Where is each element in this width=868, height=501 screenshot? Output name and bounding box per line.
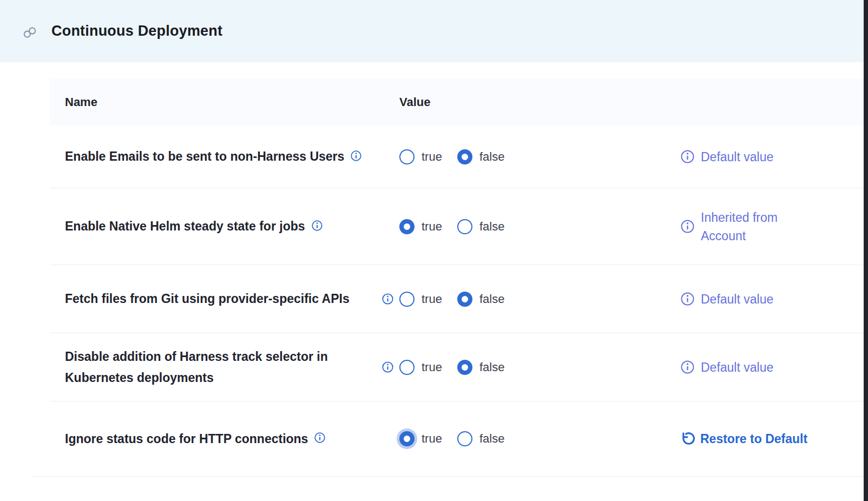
info-icon[interactable] — [680, 149, 695, 164]
radio-true-label: true — [422, 360, 442, 374]
radio-option-true[interactable]: true — [399, 431, 442, 446]
radio-true[interactable] — [399, 219, 415, 234]
radio-false-label: false — [479, 150, 504, 164]
info-icon[interactable] — [314, 432, 326, 444]
radio-false[interactable] — [457, 149, 472, 164]
setting-value-cell: true false — [382, 431, 665, 446]
radio-false-label: false — [479, 220, 504, 234]
radio-false-label: false — [479, 360, 504, 374]
column-header-name: Name — [50, 95, 382, 109]
status-badge: Default value — [701, 148, 773, 166]
setting-name-cell: Ignore status code for HTTP connections — [50, 429, 382, 450]
radio-option-true[interactable]: true — [399, 292, 442, 307]
link-icon[interactable] — [23, 25, 37, 39]
info-icon[interactable] — [680, 292, 695, 306]
info-icon[interactable] — [680, 360, 695, 374]
radio-true[interactable] — [399, 149, 415, 164]
setting-name-cell: Enable Native Helm steady state for jobs — [50, 216, 382, 237]
table-row: Ignore status code for HTTP connections … — [50, 401, 864, 476]
table-row: Disable addition of Harness track select… — [50, 333, 864, 401]
info-icon[interactable] — [382, 361, 394, 373]
setting-value-cell: true false — [382, 149, 665, 164]
radio-option-false[interactable]: false — [457, 431, 504, 446]
radio-false[interactable] — [457, 292, 472, 307]
radio-option-false[interactable]: false — [457, 149, 504, 164]
section-header: Continuous Deployment — [0, 0, 864, 62]
radio-true-label: true — [422, 292, 442, 306]
table-row: Enable Native Helm steady state for jobs… — [50, 188, 864, 265]
setting-status-cell: Inherited from Account — [665, 208, 864, 245]
radio-false[interactable] — [457, 360, 472, 375]
setting-status-cell: Default value — [665, 148, 864, 166]
info-icon[interactable] — [382, 293, 394, 305]
radio-false[interactable] — [457, 219, 472, 234]
radio-true-label: true — [422, 220, 442, 234]
setting-value-cell: true false — [382, 219, 665, 234]
right-edge-strip — [864, 0, 868, 501]
radio-option-true[interactable]: true — [399, 149, 442, 164]
radio-false[interactable] — [457, 431, 472, 446]
setting-value-cell: true false — [382, 360, 665, 375]
status-badge: Inherited from Account — [701, 208, 812, 245]
setting-label: Fetch files from Git using provider-spec… — [65, 288, 350, 309]
radio-true-label: true — [422, 432, 442, 446]
radio-option-false[interactable]: false — [457, 292, 504, 307]
setting-label: Disable addition of Harness track select… — [65, 346, 371, 388]
setting-value-cell: true false — [382, 292, 665, 307]
info-icon[interactable] — [350, 150, 362, 162]
setting-status-cell: Restore to Default — [665, 430, 864, 448]
page-title: Continuous Deployment — [51, 23, 222, 39]
radio-false-label: false — [479, 292, 504, 306]
radio-false-label: false — [479, 432, 504, 446]
setting-status-cell: Default value — [665, 358, 864, 377]
status-badge: Default value — [701, 358, 773, 377]
table-row: Fetch files from Git using provider-spec… — [50, 265, 864, 333]
settings-table: Name Value Enable Emails to be sent to n… — [50, 78, 864, 476]
section-divider — [32, 476, 864, 477]
table-header-row: Name Value — [50, 78, 864, 126]
radio-true[interactable] — [399, 360, 415, 375]
setting-name-cell: Disable addition of Harness track select… — [50, 346, 382, 388]
radio-true[interactable] — [399, 292, 415, 307]
radio-true-label: true — [422, 150, 442, 164]
radio-true[interactable] — [399, 431, 415, 446]
setting-status-cell: Default value — [665, 290, 864, 308]
setting-name-cell: Enable Emails to be sent to non-Harness … — [50, 146, 382, 167]
radio-option-false[interactable]: false — [457, 219, 504, 234]
setting-label: Enable Native Helm steady state for jobs — [65, 216, 305, 237]
settings-page: Continuous Deployment Name Value Enable … — [0, 0, 868, 501]
radio-option-true[interactable]: true — [399, 360, 442, 375]
table-row: Enable Emails to be sent to non-Harness … — [50, 126, 864, 188]
status-badge: Default value — [701, 290, 773, 308]
restore-label: Restore to Default — [700, 430, 807, 448]
info-icon[interactable] — [311, 220, 323, 232]
radio-option-true[interactable]: true — [399, 219, 442, 234]
setting-label: Enable Emails to be sent to non-Harness … — [65, 146, 344, 167]
radio-option-false[interactable]: false — [457, 360, 504, 375]
info-icon[interactable] — [680, 219, 695, 234]
setting-label: Ignore status code for HTTP connections — [65, 429, 308, 450]
restore-icon — [680, 432, 695, 446]
restore-to-default-button[interactable]: Restore to Default — [680, 430, 807, 448]
column-header-value: Value — [382, 95, 665, 109]
setting-name-cell: Fetch files from Git using provider-spec… — [50, 288, 382, 309]
